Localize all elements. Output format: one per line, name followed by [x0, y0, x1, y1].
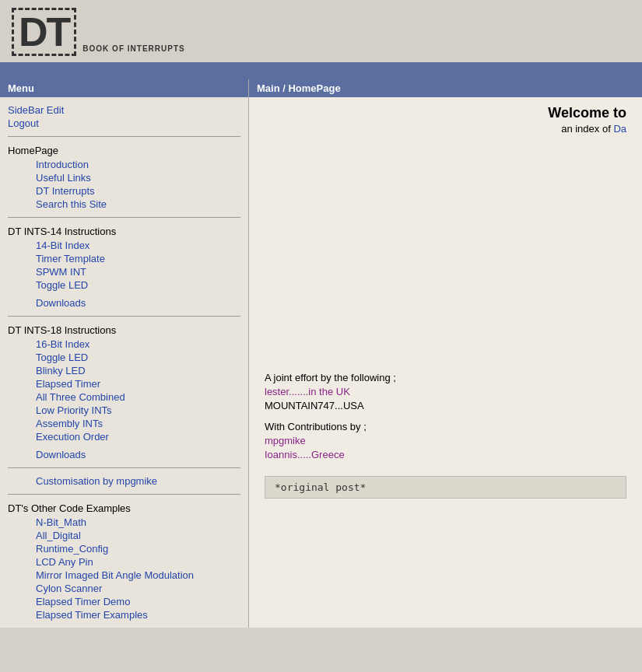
nav-elapsed-timer-demo[interactable]: Elapsed Timer Demo: [36, 595, 240, 608]
ints18-link[interactable]: DT INTS-18 Instructions: [8, 324, 116, 336]
welcome-sub-prefix: an index of: [561, 123, 613, 135]
content-image: [265, 146, 626, 364]
nav-timer-template[interactable]: Timer Template: [36, 252, 240, 265]
customisation-section: Customisation by mpgmike: [8, 474, 240, 488]
sidebar-edit-link[interactable]: SideBar Edit: [8, 103, 240, 117]
nav-all-three-combined[interactable]: All Three Combined: [36, 390, 240, 404]
nav-cylon-scanner[interactable]: Cylon Scanner: [36, 582, 240, 595]
section-homepage: HomePage: [8, 145, 240, 156]
top-bar: [0, 62, 642, 79]
welcome-sub: an index of Da: [265, 123, 626, 135]
content-header: Main / HomePage: [249, 79, 642, 97]
content-area: Main / HomePage Welcome to an index of D…: [249, 79, 642, 628]
ints18-items: 16-Bit Index Toggle LED Blinky LED Elaps…: [8, 338, 240, 443]
logo-area: DT BOOK OF INTERRUPTS: [0, 0, 642, 62]
original-post-text: *original post*: [275, 481, 366, 493]
contributions-section: With Contributions by ; mpgmike Ioannis.…: [265, 421, 626, 460]
nav-dt-interrupts[interactable]: DT Interrupts: [36, 184, 240, 198]
nav-blinky-led[interactable]: Blinky LED: [36, 364, 240, 377]
nav-elapsed-timer[interactable]: Elapsed Timer: [36, 377, 240, 390]
nav-lcd-any-pin[interactable]: LCD Any Pin: [36, 555, 240, 569]
downloads-18: Downloads: [8, 448, 240, 461]
nav-introduction[interactable]: Introduction: [36, 158, 240, 171]
sidebar-header: Menu: [0, 79, 248, 97]
nav-downloads-18[interactable]: Downloads: [36, 448, 240, 461]
nav-customisation[interactable]: Customisation by mpgmike: [36, 474, 240, 488]
ints14-items: 14-Bit Index Timer Template SPWM INT Tog…: [8, 239, 240, 292]
logo-subtitle: BOOK OF INTERRUPTS: [82, 44, 184, 56]
homepage-link[interactable]: HomePage: [8, 145, 58, 156]
logo-icon: DT: [12, 8, 76, 56]
contributor-mpgmike[interactable]: mpgmike: [265, 435, 626, 446]
divider-5: [8, 494, 240, 495]
other-items: N-Bit_Math All_Digital Runtime_Config LC…: [8, 516, 240, 621]
other-examples-link[interactable]: DT's Other Code Examples: [8, 502, 131, 514]
joint-effort-section: A joint effort by the following ; lester…: [265, 372, 626, 411]
divider-1: [8, 136, 240, 137]
divider-2: [8, 217, 240, 218]
nav-16bit-index[interactable]: 16-Bit Index: [36, 338, 240, 351]
original-post-box: *original post*: [265, 476, 626, 499]
nav-runtime-config[interactable]: Runtime_Config: [36, 542, 240, 555]
ints14-link[interactable]: DT INTS-14 Instructions: [8, 226, 116, 237]
welcome-sub-link[interactable]: Da: [613, 123, 626, 135]
sidebar-content: SideBar Edit Logout HomePage Introductio…: [0, 97, 248, 628]
nav-toggle-led-18[interactable]: Toggle LED: [36, 351, 240, 364]
contributor-lester[interactable]: lester.......in the UK: [265, 386, 626, 397]
nav-downloads-14[interactable]: Downloads: [36, 296, 240, 310]
nav-toggle-led-14[interactable]: Toggle LED: [36, 278, 240, 292]
contributions-label: With Contributions by ;: [265, 421, 367, 432]
nav-all-digital[interactable]: All_Digital: [36, 529, 240, 542]
nav-useful-links[interactable]: Useful Links: [36, 171, 240, 184]
homepage-items: Introduction Useful Links DT Interrupts …: [8, 158, 240, 211]
divider-3: [8, 316, 240, 317]
nav-spwm-int[interactable]: SPWM INT: [36, 265, 240, 278]
nav-execution-order[interactable]: Execution Order: [36, 430, 240, 443]
logout-link[interactable]: Logout: [8, 117, 240, 130]
downloads-14: Downloads: [8, 296, 240, 310]
joint-effort-label: A joint effort by the following ;: [265, 372, 396, 383]
nav-low-priority[interactable]: Low Priority INTs: [36, 404, 240, 417]
section-ints18: DT INTS-18 Instructions: [8, 324, 240, 336]
main-layout: Menu SideBar Edit Logout HomePage Introd…: [0, 79, 642, 628]
content-body: Welcome to an index of Da A joint effort…: [249, 97, 642, 506]
nav-mirror-imaged[interactable]: Mirror Imaged Bit Angle Modulation: [36, 569, 240, 582]
nav-search[interactable]: Search this Site: [36, 198, 240, 211]
nav-nbit-math[interactable]: N-Bit_Math: [36, 516, 240, 529]
divider-4: [8, 467, 240, 468]
nav-elapsed-timer-examples[interactable]: Elapsed Timer Examples: [36, 608, 240, 621]
nav-assembly-ints[interactable]: Assembly INTs: [36, 417, 240, 430]
section-other: DT's Other Code Examples: [8, 502, 240, 514]
contributor-ioannis[interactable]: Ioannis.....Greece: [265, 449, 626, 460]
welcome-heading: Welcome to: [265, 105, 626, 121]
contributor-mountain: MOUNTAIN747...USA: [265, 400, 626, 411]
nav-14bit-index[interactable]: 14-Bit Index: [36, 239, 240, 252]
sidebar: Menu SideBar Edit Logout HomePage Introd…: [0, 79, 249, 628]
section-ints14: DT INTS-14 Instructions: [8, 226, 240, 237]
